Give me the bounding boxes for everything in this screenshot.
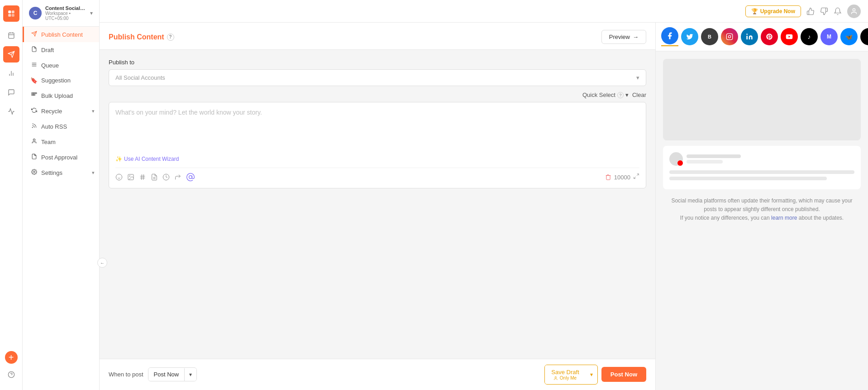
svg-point-29 xyxy=(116,174,122,180)
document-button[interactable] xyxy=(151,173,158,181)
post-text-input[interactable] xyxy=(115,109,639,154)
thumbsdown-button[interactable] xyxy=(820,7,828,15)
svg-rect-1 xyxy=(11,10,14,13)
thumbsup-button[interactable] xyxy=(806,7,815,15)
sidebar-item-post-approval-label: Post Approval xyxy=(41,154,77,161)
sidebar-item-queue-label: Queue xyxy=(41,62,59,69)
svg-line-42 xyxy=(637,174,639,176)
sidebar-item-recycle-label: Recycle xyxy=(41,108,62,115)
settings-chevron-icon: ▾ xyxy=(92,170,99,176)
workspace-name: Content Social Ch... xyxy=(45,5,86,11)
upgrade-button[interactable]: 🏆 Upgrade Now xyxy=(745,5,801,17)
sidebar-item-post-approval[interactable]: Post Approval xyxy=(23,149,99,165)
ai-wizard-icon: ✨ xyxy=(115,156,122,162)
char-count-number: 10000 xyxy=(614,174,630,181)
draft-icon xyxy=(30,46,38,53)
svg-point-44 xyxy=(555,376,556,378)
workspace-selector[interactable]: C Content Social Ch... Workspace • UTC+0… xyxy=(23,0,99,27)
preview-notice: Social media platforms often update thei… xyxy=(663,189,861,230)
queue-icon xyxy=(30,62,38,69)
svg-point-41 xyxy=(189,176,192,179)
sidebar-icon-analytics[interactable] xyxy=(3,65,19,82)
quick-select-label: Quick Select xyxy=(582,91,615,98)
sidebar-icon-audio[interactable] xyxy=(3,103,19,120)
form-footer: When to post Post Now ▾ Save Draft xyxy=(100,359,655,390)
social-icons-row: B ♪ M 🦋 𝕿 xyxy=(656,23,868,52)
sidebar-icon-help[interactable] xyxy=(3,366,19,383)
preview-button[interactable]: Preview → xyxy=(601,30,646,44)
tiktok-icon-button[interactable]: ♪ xyxy=(801,28,818,45)
sidebar-item-settings[interactable]: Settings xyxy=(23,165,92,180)
svg-rect-24 xyxy=(33,94,34,95)
sidebar-icon-messages[interactable] xyxy=(3,84,19,101)
workspace-avatar: C xyxy=(29,7,42,19)
sidebar-item-bulk-upload[interactable]: Bulk Upload xyxy=(23,88,99,103)
save-draft-main-button[interactable]: Save Draft Only Me xyxy=(545,365,585,384)
post-now-dropdown[interactable]: Post Now ▾ xyxy=(148,367,197,381)
publish-to-dropdown[interactable]: All Social Accounts ▾ xyxy=(109,69,646,86)
preview-notice-text-3: about the updates. xyxy=(799,215,844,221)
clock-button[interactable] xyxy=(162,173,170,181)
form-title-text: Publish Content xyxy=(109,33,164,41)
post-now-button[interactable]: Post Now xyxy=(601,367,646,382)
svg-rect-22 xyxy=(35,93,36,94)
post-now-label: Post Now xyxy=(148,368,185,381)
sidebar-item-auto-rss[interactable]: Auto RSS xyxy=(23,119,99,134)
photo-button[interactable] xyxy=(127,173,134,181)
clear-button[interactable]: Clear xyxy=(632,91,646,98)
quick-select-chevron-icon: ▾ xyxy=(625,91,629,98)
svg-point-26 xyxy=(33,139,35,141)
publish-to-label: Publish to xyxy=(109,59,646,66)
app-logo[interactable] xyxy=(3,5,19,22)
team-mention-button[interactable] xyxy=(186,173,195,182)
svg-point-46 xyxy=(728,35,730,38)
twitter-icon-button[interactable] xyxy=(681,28,698,45)
learn-more-link[interactable]: learn more xyxy=(771,215,797,221)
user-avatar[interactable] xyxy=(847,5,861,18)
sidebar-icon-calendar[interactable] xyxy=(3,27,19,43)
linkedin-icon-button[interactable] xyxy=(741,28,758,45)
bluesky-icon-button[interactable]: 🦋 xyxy=(840,28,858,45)
expand-button[interactable] xyxy=(633,173,639,181)
sidebar-icon-add[interactable]: + xyxy=(5,351,18,364)
workspace-sub: Workspace • UTC+05:00 xyxy=(45,11,86,21)
threads-icon-button[interactable]: 𝕿 xyxy=(860,28,868,45)
main-content: 🏆 Upgrade Now xyxy=(100,0,868,390)
sidebar-item-recycle[interactable]: Recycle xyxy=(23,103,92,119)
emoji-button[interactable] xyxy=(115,173,123,181)
preview-text-line-2 xyxy=(669,177,827,180)
sidebar-item-queue[interactable]: Queue xyxy=(23,58,99,73)
mastodon-icon-button[interactable]: M xyxy=(820,28,838,45)
sidebar-item-publish-content-label: Publish Content xyxy=(41,31,83,38)
workspace-info: Content Social Ch... Workspace • UTC+05:… xyxy=(45,5,86,21)
sidebar-item-publish-content[interactable]: Publish Content xyxy=(23,27,99,42)
sidebar-item-draft[interactable]: Draft xyxy=(23,42,99,58)
svg-point-47 xyxy=(731,35,731,35)
svg-rect-4 xyxy=(9,33,14,39)
form-help-icon[interactable]: ? xyxy=(167,34,174,41)
sidebar-icon-publish[interactable] xyxy=(3,46,19,63)
svg-point-49 xyxy=(746,34,748,35)
notifications-button[interactable] xyxy=(834,7,842,15)
preview-label: Preview xyxy=(609,34,630,40)
forward-button[interactable] xyxy=(174,173,181,181)
instagram-icon-button[interactable] xyxy=(721,28,738,45)
sidebar-bottom-icons: + xyxy=(3,351,19,390)
save-draft-button[interactable]: Save Draft Only Me ▾ xyxy=(544,365,597,385)
team-icon xyxy=(30,138,38,145)
quick-select-button[interactable]: Quick Select ? ▾ xyxy=(582,91,629,98)
svg-point-27 xyxy=(33,171,34,173)
buffer-icon-button[interactable]: B xyxy=(701,28,718,45)
youtube-icon-button[interactable] xyxy=(781,28,798,45)
facebook-icon-button[interactable] xyxy=(661,27,678,44)
sidebar-item-team[interactable]: Team xyxy=(23,134,99,149)
save-draft-sub-label: Only Me xyxy=(551,376,579,380)
ai-wizard-button[interactable]: ✨ Use AI Content Wizard xyxy=(115,156,179,162)
preview-text-line-1 xyxy=(669,170,854,174)
pinterest-icon-button[interactable] xyxy=(761,28,778,45)
sidebar-collapse-button[interactable]: ← xyxy=(97,258,107,268)
sidebar-item-suggestion[interactable]: 🔖 Suggestion xyxy=(23,73,99,88)
hashtag-button[interactable] xyxy=(139,173,146,181)
auto-rss-icon xyxy=(30,123,38,130)
save-draft-chevron-button[interactable]: ▾ xyxy=(586,368,597,381)
